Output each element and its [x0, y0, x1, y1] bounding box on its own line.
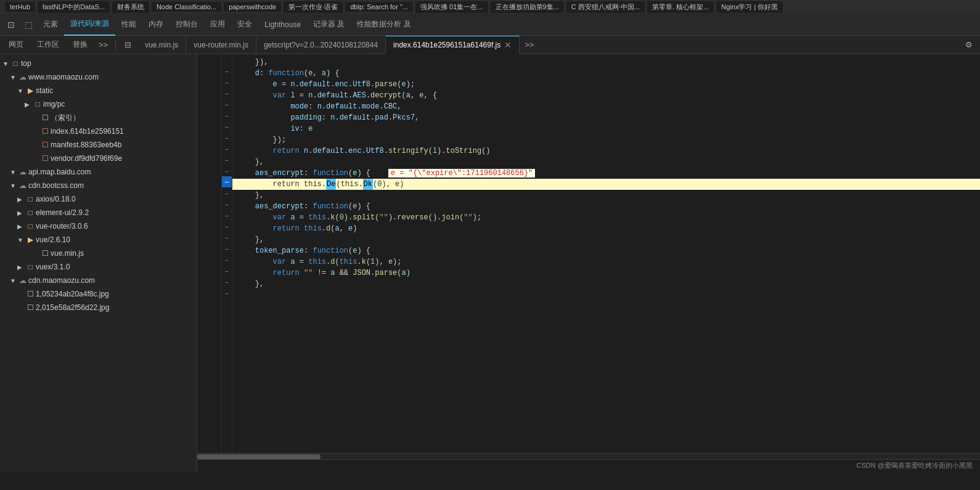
nav-performance[interactable]: 性能	[115, 14, 142, 36]
browser-tab-7[interactable]: dblp: Search for "...	[345, 2, 413, 12]
file-icon-file1: ☐	[25, 290, 36, 298]
nav-security[interactable]: 安全	[231, 14, 258, 36]
inspect-icon[interactable]: ⊡	[2, 16, 20, 33]
tree-item-element-ui[interactable]: ▶ □ element-ui/2.9.2	[0, 206, 197, 219]
code-line-11: aes_encrypt: function(e) { e = "{\"expir…	[232, 168, 980, 179]
tree-label-api: api.map.baidu.com	[28, 168, 91, 176]
nav-sources[interactable]: 源代码/来源	[64, 14, 115, 36]
browser-tab-2[interactable]: fastNLP中的DataS...	[38, 1, 110, 13]
file-icon-vendor: ☐	[39, 154, 51, 163]
nav-application[interactable]: 应用	[204, 14, 231, 36]
file-tab-index[interactable]: index.614b1e2596151a61469f.js ✕	[386, 36, 520, 54]
tree-arrow-api: ▼	[10, 169, 17, 176]
browser-tab-11[interactable]: 第零章. 核心框架...	[647, 1, 714, 13]
nav-console[interactable]: 控制台	[169, 14, 204, 36]
tree-item-top[interactable]: ▼ □ top	[0, 57, 197, 70]
tree-arrow-file2: ▶	[17, 304, 25, 311]
tree-item-index614[interactable]: ▶ ☐ index.614b1e2596151	[0, 125, 197, 138]
folder-icon-static: ▶	[25, 86, 36, 95]
tree-item-axios[interactable]: ▶ □ axios/0.18.0	[0, 192, 197, 206]
tree-item-vuemin[interactable]: ▶ ☐ vue.min.js	[0, 247, 197, 260]
gutter-7: –	[222, 121, 232, 132]
tree-arrow-top: ▼	[2, 60, 10, 67]
code-line-14: aes_decrypt: function(e) {	[232, 201, 980, 212]
folder-icon-vue210: ▶	[25, 235, 36, 244]
code-line-13: },	[232, 190, 980, 201]
browser-tab-8[interactable]: 强风吹拂 01集一在...	[415, 1, 488, 13]
browser-tab-9[interactable]: 正在播放功勋第9集...	[491, 1, 564, 13]
tree-item-api[interactable]: ▼ ☁ api.map.baidu.com	[0, 165, 197, 179]
file-tab-getscript[interactable]: getscript?v=2.0...20240108120844	[256, 36, 386, 54]
tree-label-vuex: vuex/3.1.0	[36, 263, 70, 271]
file-tab-vuemin[interactable]: vue.min.js	[137, 36, 186, 54]
browser-tab-1[interactable]: terHub	[5, 2, 35, 12]
gutter-8: –	[222, 132, 232, 143]
gutter-22: –	[222, 287, 232, 298]
code-line-8: });	[232, 134, 980, 145]
tree-item-file2[interactable]: ▶ ☐ 2,015e58a2f56d22.jpg	[0, 301, 197, 314]
subtab-replace[interactable]: 替换	[67, 37, 94, 52]
tree-item-manifest[interactable]: ▶ ☐ manifest.88363eeb4b	[0, 138, 197, 152]
tree-item-index-html[interactable]: ▶ ☐ （索引）	[0, 111, 197, 125]
tree-label-vue210: vue/2.6.10	[36, 235, 70, 244]
tree-item-vuex[interactable]: ▶ □ vuex/3.1.0	[0, 260, 197, 274]
tree-item-static[interactable]: ▼ ▶ static	[0, 84, 197, 97]
browser-tab-3[interactable]: 财务系统	[112, 1, 149, 13]
code-line-12-highlighted: return this.De(this.Dk(0), e)	[232, 179, 980, 190]
tree-arrow-vuex: ▶	[17, 264, 25, 271]
tree-item-file1[interactable]: ▶ ☐ 1,05234ab20a4f8c.jpg	[0, 287, 197, 301]
tree-item-vuerouter306[interactable]: ▶ □ vue-router/3.0.6	[0, 219, 197, 233]
tree-label-vuemin: vue.min.js	[51, 249, 84, 258]
browser-tab-6[interactable]: 第一次作业·语雀	[284, 1, 343, 13]
tree-arrow-www: ▼	[10, 74, 17, 81]
tree-item-vendor[interactable]: ▶ ☐ vendor.df9dfd796f69e	[0, 152, 197, 165]
file-tab-close-icon[interactable]: ✕	[504, 41, 512, 49]
browser-tab-5[interactable]: paperswithcode	[224, 2, 281, 12]
nav-memory[interactable]: 内存	[142, 14, 169, 36]
subtab-more[interactable]: >>	[95, 38, 112, 52]
tree-label-vuerouter306: vue-router/3.0.6	[36, 222, 88, 231]
tree-item-imgpc[interactable]: ▶ □ img/pc	[0, 97, 197, 111]
gutter-9: –	[222, 143, 232, 154]
status-bar: CSDN @爱喝喜茶爱吃烤冷面的小黑黑	[197, 459, 980, 472]
code-lines[interactable]: }), d: function(e, a) { e = n.default.en…	[232, 54, 980, 453]
folder-icon-vuerouter306: □	[25, 222, 36, 231]
subtab-webpage[interactable]: 网页	[2, 37, 30, 52]
file-tabs-more[interactable]: >>	[520, 40, 539, 49]
device-icon[interactable]: ⬚	[20, 16, 37, 33]
tree-arrow-none4: ▶	[32, 155, 39, 162]
tree-arrow-element-ui: ▶	[17, 210, 25, 216]
tree-item-cdn-bootcss[interactable]: ▼ ☁ cdn.bootcss.com	[0, 179, 197, 192]
tree-arrow-axios: ▶	[17, 196, 25, 203]
gutter-14: –	[222, 198, 232, 210]
file-tab-settings-icon[interactable]: ⚙	[960, 40, 978, 49]
tree-item-www[interactable]: ▼ ☁ www.maomaozu.com	[0, 70, 197, 84]
code-line-6: padding: n.default.pad.Pkcs7,	[232, 112, 980, 123]
tree-label-cdn-maomaozu: cdn.maomaozu.com	[28, 276, 95, 285]
file-tab-vuerouter[interactable]: vue-router.min.js	[186, 36, 256, 54]
browser-tab-10[interactable]: C 西安猎八戒网·中国...	[566, 1, 645, 13]
gutter-6: –	[222, 110, 232, 121]
code-line-19: var a = this.d(this.k(1), e);	[232, 256, 980, 267]
sidebar-toggle-icon[interactable]: ⊟	[120, 40, 136, 49]
tree-label-element-ui: element-ui/2.9.2	[36, 208, 89, 217]
tree-label-cdn-bootcss: cdn.bootcss.com	[28, 181, 84, 190]
gutter-13: –	[222, 187, 232, 198]
nav-elements[interactable]: 元素	[37, 14, 64, 36]
scrollbar-thumb-horizontal[interactable]	[197, 454, 321, 459]
subtab-workspace[interactable]: 工作区	[31, 37, 65, 52]
gutter-18: –	[222, 243, 232, 254]
gutter-active-arrow: –	[222, 176, 232, 187]
tree-label-www: www.maomaozu.com	[28, 73, 99, 81]
browser-tab-12[interactable]: Nginx学习 | 你好黑	[716, 1, 783, 13]
browser-tab-4[interactable]: Node Classificatio...	[152, 2, 221, 12]
nav-performance-insights[interactable]: 性能数据分析 及	[351, 14, 417, 36]
tree-item-vue210[interactable]: ▼ ▶ vue/2.6.10	[0, 233, 197, 247]
tree-item-cdn-maomaozu[interactable]: ▼ ☁ cdn.maomaozu.com	[0, 274, 197, 287]
horizontal-scrollbar[interactable]	[197, 453, 980, 459]
nav-recorder[interactable]: 记录器 及	[307, 14, 351, 36]
file-icon-vuemin: ☐	[39, 249, 51, 258]
code-line-18: token_parse: function(e) {	[232, 245, 980, 256]
nav-lighthouse[interactable]: Lighthouse	[258, 14, 307, 36]
code-container[interactable]: – – – – – – – – – – – – – – – – – – – –	[197, 54, 980, 453]
